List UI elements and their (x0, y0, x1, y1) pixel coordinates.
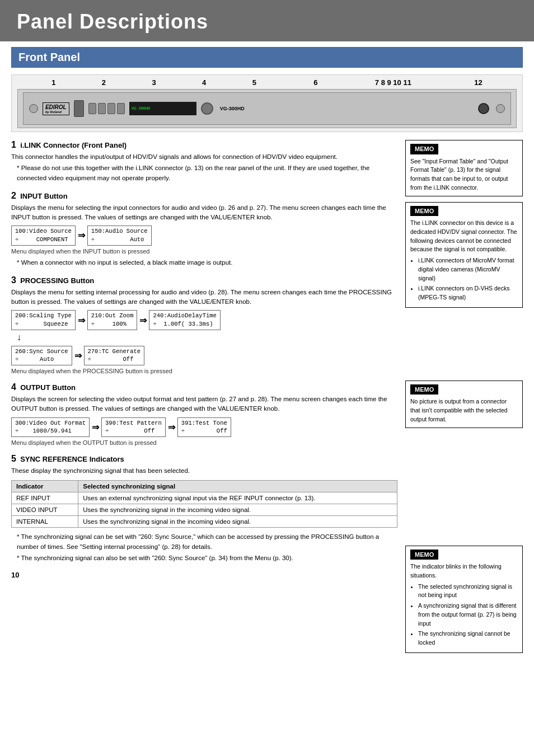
page-body: Front Panel 1 2 3 4 5 6 7 8 9 10 11 12 E… (0, 41, 534, 670)
table-row: VIDEO INPUT Uses the synchronizing signa… (12, 504, 397, 516)
table-cell-ref-input-desc: Uses an external synchronizing signal in… (78, 492, 397, 504)
memo-3-title: MEMO (410, 384, 438, 395)
arrow-2: ⇒ (78, 315, 85, 326)
right-column: MEMO See "Input Format Table" and "Outpu… (405, 140, 523, 659)
item-2-title: 2 INPUT Button (11, 191, 397, 201)
spacer (405, 313, 523, 381)
item-1-title: 1 i.LINK Connector (Front Panel) (11, 140, 397, 150)
memo-3-text: No picture is output from a connector th… (410, 397, 518, 424)
table-cell-internal: INTERNAL (12, 516, 78, 528)
item-2-menu: 100:Video Source ÷ COMPONENT ⇒ 150:Audio… (11, 226, 397, 245)
btn2 (98, 103, 106, 114)
memo-2-item-1: i.LINK connectors of MicroMV format digi… (418, 256, 518, 283)
menu-box-270: 270:TC Generate ÷ Off (84, 346, 145, 365)
sync-table: Indicator Selected synchronizing signal … (11, 480, 397, 528)
section-title: Front Panel (18, 51, 516, 64)
menu-box-240: 240:AudioDelayTime ÷ 1.00f( 33.3ms) (149, 310, 220, 330)
memo-3: MEMO No picture is output from a connect… (405, 381, 523, 428)
memo-4-item-2: A synchronizing signal that is different… (418, 602, 518, 628)
memo-4-text: The indicator blinks in the following si… (410, 562, 518, 580)
item-3-menu-caption: Menu displayed when the PROCESSING butto… (11, 368, 397, 374)
item-4-menu-caption: Menu displayed when the OUTPUT button is… (11, 439, 397, 446)
table-header-signal: Selected synchronizing signal (78, 481, 397, 492)
item-3-menu-row2: 260:Sync Source ÷ Auto ⇒ 270:TC Generate… (11, 346, 397, 365)
memo-4-item-1: The selected synchronizing signal is not… (418, 583, 518, 600)
menu-box-210: 210:Out Zoom ÷ 100% (87, 310, 138, 330)
memo-2-text: The i.LINK connector on this device is a… (410, 219, 518, 254)
table-cell-video-input: VIDEO INPUT (12, 504, 78, 516)
item-5-note-2: The synchronizing signal can also be set… (11, 553, 397, 563)
spacer2 (405, 434, 523, 546)
item-3-menu-row1: 200:Scaling Type ÷ Squeeze ⇒ 210:Out Zoo… (11, 310, 397, 330)
memo-4: MEMO The indicator blinks in the followi… (405, 546, 523, 653)
device-display: VG-300HD (129, 102, 196, 115)
memo-4-list: The selected synchronizing signal is not… (410, 583, 518, 647)
arrow-6: ⇒ (168, 422, 175, 433)
memo-2-title: MEMO (410, 206, 438, 217)
arrow-3: ⇒ (139, 315, 147, 326)
item-5: 5 SYNC REFERENCE Indicators These displa… (11, 454, 397, 563)
item-2-note: When a connector with no input is select… (11, 258, 397, 267)
item-2-para-1: Displays the menu for selecting the inpu… (11, 203, 397, 223)
device-image-area: 1 2 3 4 5 6 7 8 9 10 11 12 EDIROL by Rol… (11, 74, 523, 132)
device-panel: EDIROL by Roland VG-300HD VG-300HD (23, 92, 511, 125)
page-title: Panel Descriptions (17, 10, 517, 34)
arrow-5: ⇒ (92, 422, 99, 433)
item-5-note-1: The synchronizing signal can be set with… (11, 532, 397, 552)
menu-box-260: 260:Sync Source ÷ Auto (11, 346, 72, 365)
memo-4-item-3: The synchronizing signal cannot be locke… (418, 630, 518, 647)
power-button (478, 103, 489, 114)
item-3-para-1: Displays the menu for setting internal p… (11, 288, 397, 307)
memo-2-item-2: i.LINK connectors on D-VHS decks (MPEG-T… (418, 284, 518, 302)
button-group (88, 103, 125, 114)
menu-box-390: 390:Test Pattern ÷ Off (101, 417, 166, 437)
item-5-title: 5 SYNC REFERENCE Indicators (11, 454, 397, 464)
left-column: 1 i.LINK Connector (Front Panel) This co… (11, 140, 397, 659)
table-row: INTERNAL Uses the synchronizing signal i… (12, 516, 397, 528)
content-columns: 1 i.LINK Connector (Front Panel) This co… (11, 140, 523, 659)
item-4-menu: 300:Video Out Format ÷ 1080/59.94i ⇒ 390… (11, 417, 397, 437)
circle-left (29, 104, 38, 113)
device-numbers: 1 2 3 4 5 6 7 8 9 10 11 12 (17, 78, 517, 87)
table-cell-ref-input: REF INPUT (12, 492, 78, 504)
item-3: 3 PROCESSING Button Displays the menu fo… (11, 275, 397, 374)
menu-box-100: 100:Video Source ÷ COMPONENT (11, 226, 76, 245)
btn1 (88, 103, 96, 114)
item-5-para-1: These display the synchronizing signal t… (11, 466, 397, 476)
device-logo: EDIROL by Roland (43, 102, 69, 115)
processing-arrow-down: ↓ (11, 332, 397, 342)
menu-box-150: 150:Audio Source ÷ Auto (87, 226, 152, 245)
menu-box-200: 200:Scaling Type ÷ Squeeze (11, 310, 76, 330)
ilink-connector (74, 100, 84, 117)
item-4-para-1: Displays the screen for selecting the vi… (11, 395, 397, 414)
memo-1-title: MEMO (410, 144, 438, 154)
btn4 (117, 103, 125, 114)
device-image: EDIROL by Roland VG-300HD VG-300HD (17, 89, 517, 128)
memo-4-title: MEMO (410, 550, 438, 560)
table-header-indicator: Indicator (12, 481, 78, 492)
circle-right (496, 104, 505, 113)
arrow-4: ⇒ (74, 350, 82, 361)
value-enter-knob (201, 102, 213, 115)
memo-1-text: See "Input Format Table" and "Output For… (410, 157, 518, 192)
table-cell-video-input-desc: Uses the synchronizing signal in the inc… (78, 504, 397, 516)
menu-box-300: 300:Video Out Format ÷ 1080/59.94i (11, 417, 90, 437)
item-1-note: Please do not use this together with the… (11, 163, 397, 183)
memo-1: MEMO See "Input Format Table" and "Outpu… (405, 140, 523, 196)
item-1-para-1: This connector handles the input/output … (11, 152, 397, 162)
item-3-title: 3 PROCESSING Button (11, 275, 397, 285)
table-cell-internal-desc: Uses the synchronizing signal in the inc… (78, 516, 397, 528)
model-label: VG-300HD (220, 106, 245, 111)
item-2-menu-caption: Menu displayed when the INPUT button is … (11, 248, 397, 255)
memo-2-list: i.LINK connectors of MicroMV format digi… (410, 256, 518, 302)
btn3 (107, 103, 115, 114)
section-header: Front Panel (11, 47, 523, 68)
page-number: 10 (11, 571, 397, 579)
page-header: Panel Descriptions (0, 0, 534, 41)
memo-2: MEMO The i.LINK connector on this device… (405, 202, 523, 308)
item-4: 4 OUTPUT Button Displays the screen for … (11, 382, 397, 446)
item-4-title: 4 OUTPUT Button (11, 382, 397, 392)
table-row: REF INPUT Uses an external synchronizing… (12, 492, 397, 504)
menu-box-391: 391:Test Tone ÷ Off (177, 417, 231, 437)
item-1: 1 i.LINK Connector (Front Panel) This co… (11, 140, 397, 183)
